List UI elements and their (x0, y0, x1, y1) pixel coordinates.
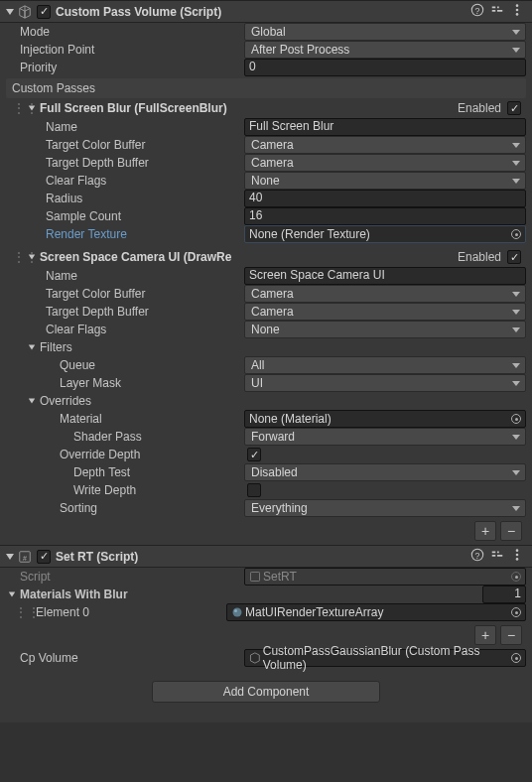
samples-field[interactable]: 16 (244, 207, 526, 225)
object-picker-icon[interactable] (511, 414, 521, 424)
radius-field[interactable]: 40 (244, 190, 526, 207)
overridedepth-checkbox[interactable] (247, 448, 261, 461)
enable-component-checkbox[interactable] (37, 550, 51, 564)
presets-icon[interactable] (490, 548, 504, 565)
samples-label: Sample Count (26, 209, 244, 223)
queue-dropdown[interactable]: All (244, 356, 526, 374)
tdb-dropdown[interactable]: Camera (244, 154, 526, 172)
add-component-button[interactable]: Add Component (152, 681, 380, 703)
object-picker-icon (511, 572, 521, 582)
rendertexture-label: Render Texture (26, 227, 244, 241)
pass-enabled-checkbox[interactable] (507, 101, 521, 115)
filters-label: Filters (40, 340, 72, 354)
tdb-dropdown[interactable]: Camera (244, 303, 526, 321)
name-field[interactable]: Full Screen Blur (244, 118, 526, 136)
context-menu-icon[interactable] (510, 3, 524, 20)
queue-label: Queue (26, 358, 244, 372)
foldout-icon[interactable] (26, 397, 38, 405)
foldout-icon[interactable] (4, 6, 16, 18)
svg-rect-20 (251, 573, 260, 582)
writedepth-checkbox[interactable] (247, 483, 261, 497)
injection-dropdown[interactable]: After Post Process (244, 41, 526, 59)
add-element-button[interactable]: + (474, 625, 496, 645)
layermask-dropdown[interactable]: UI (244, 374, 526, 392)
svg-rect-5 (497, 10, 502, 12)
name-label: Name (26, 120, 244, 134)
context-menu-icon[interactable] (510, 548, 524, 565)
help-icon[interactable]: ? (470, 548, 484, 565)
drag-handle-icon[interactable]: ⋮⋮ (14, 604, 28, 620)
sorting-label: Sorting (26, 501, 244, 515)
component-header-custom-pass-volume[interactable]: Custom Pass Volume (Script) ? (0, 1, 532, 23)
writedepth-label: Write Depth (26, 483, 244, 497)
component-title: Set RT (Script) (56, 550, 470, 564)
tdb-label: Target Depth Buffer (26, 305, 244, 319)
svg-point-22 (234, 609, 237, 612)
foldout-icon[interactable] (26, 253, 38, 261)
material-field[interactable]: None (Material) (244, 410, 526, 428)
tdb-label: Target Depth Buffer (26, 156, 244, 170)
tcb-dropdown[interactable]: Camera (244, 136, 526, 154)
component-header-setrt[interactable]: # Set RT (Script) ? (0, 546, 532, 568)
object-picker-icon[interactable] (511, 653, 521, 663)
depthtest-label: Depth Test (26, 465, 244, 479)
pass-title: Screen Space Camera UI (DrawRe (40, 250, 458, 264)
name-field[interactable]: Screen Space Camera UI (244, 267, 526, 285)
mode-label: Mode (6, 25, 244, 39)
svg-point-21 (233, 608, 242, 617)
layermask-label: Layer Mask (26, 376, 244, 390)
priority-field[interactable]: 0 (244, 59, 526, 76)
svg-point-6 (516, 4, 519, 7)
tcb-label: Target Color Buffer (26, 138, 244, 152)
depthtest-dropdown[interactable]: Disabled (244, 463, 526, 481)
cs-script-icon: # (18, 550, 32, 564)
object-picker-icon[interactable] (511, 229, 521, 239)
material-label: Material (26, 412, 244, 426)
element0-field[interactable]: MatUIRenderTextureArray (226, 603, 526, 621)
element0-label: Element 0 (28, 605, 226, 619)
drag-handle-icon[interactable]: ⋮⋮ (12, 249, 26, 265)
sorting-dropdown[interactable]: Everything (244, 499, 526, 517)
script-icon (18, 5, 32, 19)
remove-element-button[interactable]: − (500, 625, 522, 645)
pass-title: Full Screen Blur (FullScreenBlur) (40, 101, 458, 115)
foldout-icon[interactable] (4, 551, 16, 563)
tcb-label: Target Color Buffer (26, 287, 244, 301)
pass-header-fullscreenblur[interactable]: ⋮⋮ Full Screen Blur (FullScreenBlur) Ena… (0, 98, 532, 118)
foldout-icon[interactable] (26, 343, 38, 351)
enable-component-checkbox[interactable] (37, 5, 51, 19)
svg-rect-13 (492, 552, 496, 554)
drag-handle-icon[interactable]: ⋮⋮ (12, 100, 26, 116)
svg-rect-4 (497, 7, 499, 9)
svg-rect-2 (492, 7, 496, 9)
shaderpass-label: Shader Pass (26, 430, 244, 444)
materials-count-field[interactable]: 1 (482, 586, 526, 603)
clear-dropdown[interactable]: None (244, 172, 526, 190)
foldout-icon[interactable] (26, 104, 38, 112)
radius-label: Radius (26, 192, 244, 205)
svg-text:#: # (23, 554, 27, 561)
presets-icon[interactable] (490, 3, 504, 20)
cpvolume-field[interactable]: CustomPassGaussianBlur (Custom Pass Volu… (244, 649, 526, 667)
svg-text:?: ? (475, 6, 480, 16)
pass-header-screenspace[interactable]: ⋮⋮ Screen Space Camera UI (DrawRe Enable… (0, 247, 532, 267)
rendertexture-field[interactable]: None (Render Texture) (244, 225, 526, 243)
help-icon[interactable]: ? (470, 3, 484, 20)
material-icon (231, 606, 243, 618)
object-picker-icon[interactable] (511, 607, 521, 617)
cpvolume-label: Cp Volume (6, 651, 244, 665)
svg-point-19 (516, 558, 519, 561)
overridedepth-label: Override Depth (26, 448, 244, 461)
clear-dropdown[interactable]: None (244, 321, 526, 338)
name-label: Name (26, 269, 244, 283)
remove-pass-button[interactable]: − (500, 521, 522, 541)
svg-point-8 (516, 13, 519, 16)
svg-point-18 (516, 554, 519, 557)
pass-enabled-checkbox[interactable] (507, 250, 521, 264)
shaderpass-dropdown[interactable]: Forward (244, 428, 526, 446)
mode-dropdown[interactable]: Global (244, 23, 526, 41)
enabled-label: Enabled (458, 101, 501, 115)
tcb-dropdown[interactable]: Camera (244, 285, 526, 303)
add-pass-button[interactable]: + (474, 521, 496, 541)
foldout-icon[interactable] (6, 590, 18, 598)
